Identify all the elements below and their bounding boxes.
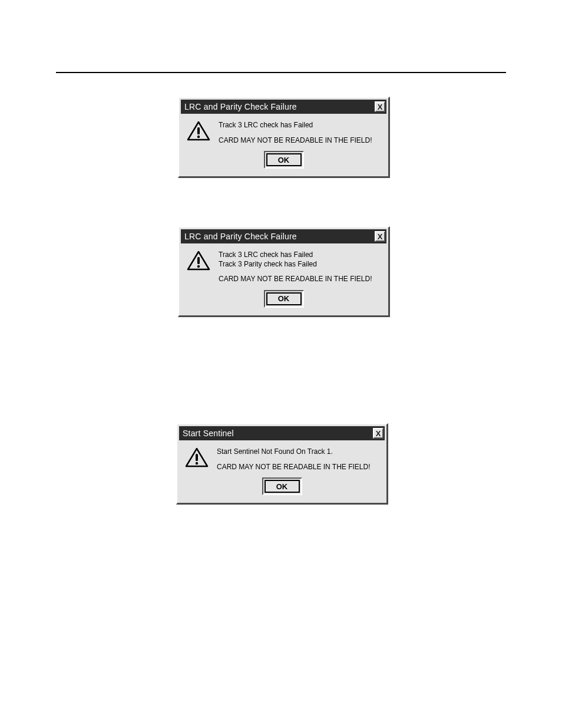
- svg-rect-1: [197, 127, 200, 134]
- horizontal-rule: [56, 72, 506, 73]
- dialog-body: Track 3 LRC check has Failed Track 3 Par…: [181, 243, 386, 286]
- message-line: Track 3 LRC check has Failed: [219, 251, 381, 260]
- dialog-title: Start Sentinel: [183, 429, 234, 438]
- dialog-start-sentinel: Start Sentinel X Start Sentinel Not Foun…: [176, 423, 388, 505]
- svg-rect-4: [197, 257, 200, 264]
- icon-cell: [187, 121, 219, 145]
- message-area: Start Sentinel Not Found On Track 1. CAR…: [217, 447, 379, 472]
- page: LRC and Parity Check Failure X Track 3 L…: [0, 0, 562, 728]
- icon-cell: [185, 447, 217, 472]
- close-button[interactable]: X: [375, 231, 385, 242]
- ok-button[interactable]: OK: [265, 480, 300, 493]
- warning-icon: [187, 121, 210, 141]
- svg-point-5: [197, 265, 200, 268]
- warning-line: CARD MAY NOT BE READABLE IN THE FIELD!: [217, 463, 379, 472]
- titlebar[interactable]: LRC and Parity Check Failure X: [181, 229, 386, 243]
- icon-cell: [187, 251, 219, 284]
- ok-button-frame: OK: [262, 477, 302, 495]
- warning-line: CARD MAY NOT BE READABLE IN THE FIELD!: [219, 136, 381, 146]
- ok-button-frame: OK: [264, 151, 304, 169]
- titlebar[interactable]: LRC and Parity Check Failure X: [181, 100, 386, 114]
- dialog-lrc-parity-2: LRC and Parity Check Failure X Track 3 L…: [178, 226, 390, 317]
- message-line: Start Sentinel Not Found On Track 1.: [217, 447, 379, 457]
- button-row: OK: [179, 474, 385, 501]
- message-line: Track 3 Parity check has Failed: [219, 260, 381, 269]
- svg-rect-7: [196, 454, 198, 461]
- warning-icon: [185, 447, 209, 467]
- svg-point-2: [197, 136, 200, 138]
- message-area: Track 3 LRC check has Failed CARD MAY NO…: [219, 121, 381, 145]
- dialog-body: Start Sentinel Not Found On Track 1. CAR…: [179, 440, 385, 474]
- ok-button[interactable]: OK: [266, 292, 302, 305]
- close-button[interactable]: X: [373, 428, 384, 439]
- svg-point-8: [196, 462, 198, 465]
- close-button[interactable]: X: [375, 101, 385, 112]
- button-row: OK: [181, 147, 386, 174]
- button-row: OK: [181, 286, 386, 314]
- dialog-title: LRC and Parity Check Failure: [184, 232, 297, 241]
- titlebar[interactable]: Start Sentinel X: [179, 426, 385, 440]
- warning-icon: [187, 251, 210, 271]
- dialog-lrc-parity-1: LRC and Parity Check Failure X Track 3 L…: [178, 97, 390, 178]
- dialog-title: LRC and Parity Check Failure: [184, 102, 297, 111]
- ok-button-frame: OK: [264, 290, 304, 308]
- message-line: Track 3 LRC check has Failed: [219, 121, 381, 130]
- message-area: Track 3 LRC check has Failed Track 3 Par…: [219, 251, 381, 284]
- dialog-body: Track 3 LRC check has Failed CARD MAY NO…: [181, 114, 386, 147]
- ok-button[interactable]: OK: [266, 153, 302, 166]
- warning-line: CARD MAY NOT BE READABLE IN THE FIELD!: [219, 275, 381, 284]
